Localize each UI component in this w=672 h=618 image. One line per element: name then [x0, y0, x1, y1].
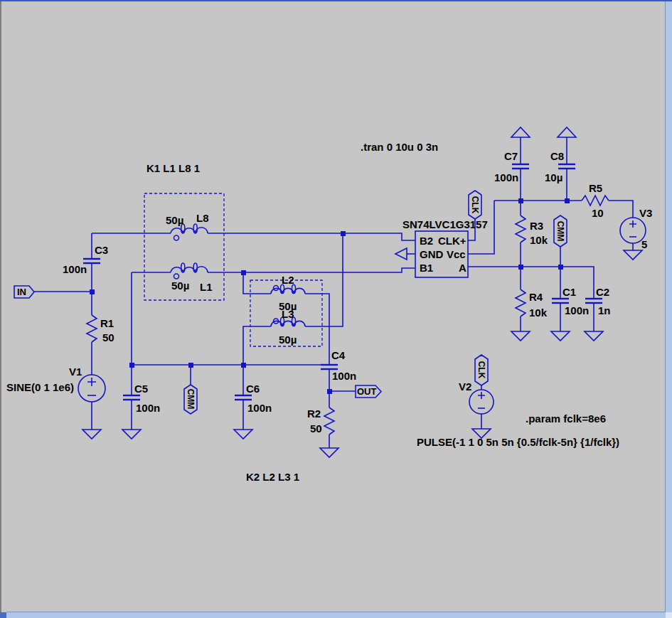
component-value-l3[interactable]: 50µ: [279, 334, 297, 345]
capacitor-c6[interactable]: [235, 395, 252, 400]
schematic-canvas[interactable]: K1 L1 L8 1 K2 L2 L3 1 .tran 0 10u 0 3n .…: [0, 0, 672, 618]
component-value-l8[interactable]: 50µ: [166, 215, 183, 225]
ground-up-icon: [558, 127, 576, 137]
ground-icon: [122, 430, 141, 439]
component-label-l3[interactable]: L3: [282, 309, 294, 319]
component-value-r4[interactable]: 10k: [529, 307, 547, 318]
resistor-r1[interactable]: [87, 315, 97, 342]
inductor-l8[interactable]: [171, 224, 208, 240]
ic-pin-b2: B2: [420, 235, 433, 246]
ground-icon: [511, 331, 530, 341]
capacitor-c4[interactable]: [321, 365, 338, 369]
component-value-r2[interactable]: 50: [310, 423, 322, 434]
ic-pin-b1: B1: [420, 262, 433, 273]
gnd-arrow-icon: [395, 248, 407, 260]
port-label-out: OUT: [357, 387, 376, 396]
resistor-r3[interactable]: [516, 215, 526, 243]
scrollbar-left-corner: [0, 612, 6, 618]
ic-pin-vcc: Vcc: [447, 249, 466, 260]
resistor-r2[interactable]: [324, 407, 334, 435]
voltage-source-v1[interactable]: [78, 375, 105, 402]
resistor-r5[interactable]: [582, 196, 609, 206]
component-label-l2[interactable]: L2: [282, 275, 294, 285]
resistor-r4[interactable]: [516, 289, 526, 316]
net-label-clk-top: CLK: [471, 196, 479, 214]
inductor-l1[interactable]: [171, 263, 208, 279]
component-value-c4[interactable]: 100n: [332, 371, 356, 381]
component-value-c8[interactable]: 10µ: [545, 172, 562, 183]
component-label-v2[interactable]: V2: [459, 381, 471, 392]
component-label-c8[interactable]: C8: [550, 151, 564, 161]
capacitor-c7[interactable]: [512, 164, 529, 169]
net-label-cmm-bottom: CMM: [186, 389, 195, 410]
component-value-l1[interactable]: 50µ: [171, 280, 189, 291]
component-label-r3[interactable]: R3: [530, 220, 543, 231]
window-left-border: [0, 1, 1, 612]
coupling-directive-k1[interactable]: K1 L1 L8 1: [146, 163, 200, 174]
window-top-border: [0, 0, 672, 1]
ic-pin-a: A: [459, 262, 466, 273]
component-label-r1[interactable]: R1: [100, 318, 114, 329]
ground-icon: [82, 430, 101, 439]
component-label-c1[interactable]: C1: [562, 287, 576, 297]
component-value-v3[interactable]: 5: [641, 239, 647, 250]
component-label-l8[interactable]: L8: [196, 213, 209, 223]
component-value-r1[interactable]: 50: [102, 332, 114, 343]
component-label-v3[interactable]: V3: [639, 208, 652, 218]
component-value-r5[interactable]: 10: [592, 208, 604, 218]
component-value-r3[interactable]: 10k: [530, 235, 548, 245]
phase-dot: [174, 274, 179, 279]
ic-title[interactable]: SN74LVC1G3157: [402, 219, 488, 230]
ground-up-icon: [511, 127, 530, 137]
component-label-c4[interactable]: C4: [331, 350, 345, 361]
vertical-scrollbar[interactable]: [665, 1, 672, 612]
spice-directive-param[interactable]: .param fclk=8e6: [526, 413, 606, 424]
horizontal-scrollbar[interactable]: [6, 612, 666, 618]
component-label-r4[interactable]: R4: [529, 292, 543, 302]
component-label-c2[interactable]: C2: [596, 287, 609, 297]
component-label-r2[interactable]: R2: [307, 408, 321, 419]
ground-icon: [585, 331, 603, 341]
phase-dot: [174, 235, 179, 240]
component-label-r5[interactable]: R5: [589, 183, 602, 193]
component-label-c6[interactable]: C6: [246, 383, 260, 394]
voltage-source-v2[interactable]: [469, 390, 494, 414]
scrollbar-corner: [666, 612, 672, 618]
component-value-c3[interactable]: 100n: [63, 264, 87, 275]
component-value-c1[interactable]: 100n: [565, 305, 589, 316]
capacitor-c1[interactable]: [552, 299, 569, 303]
ground-icon: [320, 448, 338, 457]
component-value-v1[interactable]: SINE(0 1 1e6): [6, 382, 74, 393]
coupling-directive-k2[interactable]: K2 L2 L3 1: [246, 472, 299, 482]
capacitor-c2[interactable]: [585, 299, 602, 303]
ground-icon: [551, 331, 570, 341]
spice-directive-tran[interactable]: .tran 0 10u 0 3n: [361, 142, 438, 152]
component-label-c5[interactable]: C5: [134, 383, 148, 394]
ground-icon: [624, 250, 642, 260]
component-value-c2[interactable]: 1n: [598, 305, 611, 316]
wire-net[interactable]: [33, 137, 633, 448]
component-value-v2[interactable]: PULSE(-1 1 0 5n 5n {0.5/fclk-5n} {1/fclk…: [417, 437, 619, 447]
net-label-cmm-top: CMM: [556, 221, 565, 242]
net-label-clk-v2: CLK: [477, 361, 486, 379]
component-label-v1[interactable]: V1: [69, 366, 82, 377]
component-value-c5[interactable]: 100n: [136, 403, 160, 413]
ic-pin-clk: CLK+: [438, 235, 466, 246]
component-value-c7[interactable]: 100n: [494, 172, 518, 183]
capacitor-c5[interactable]: [123, 395, 140, 400]
port-label-in: IN: [17, 287, 26, 297]
capacitor-c8[interactable]: [558, 164, 575, 169]
component-label-c3[interactable]: C3: [95, 245, 108, 255]
component-value-c6[interactable]: 100n: [247, 403, 272, 413]
ic-pin-gnd: GND: [420, 249, 443, 260]
component-label-l1[interactable]: L1: [200, 282, 213, 292]
inductor-l2[interactable]: [271, 284, 305, 294]
ground-icon: [234, 430, 252, 439]
component-label-c7[interactable]: C7: [504, 151, 518, 161]
